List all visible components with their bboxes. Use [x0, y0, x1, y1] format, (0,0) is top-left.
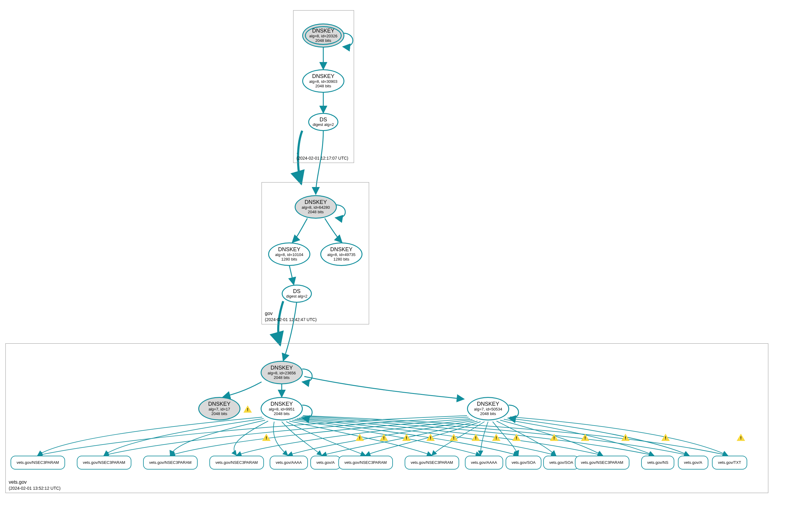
warning-icon — [661, 434, 670, 441]
warning-icon — [426, 434, 435, 441]
dnskey-root-zsk: DNSKEYalg=8, id=309032048 bits — [302, 69, 345, 93]
rr-nsec3param-1: vets.gov/NSEC3PARAM — [10, 456, 65, 470]
zone-vets: vets.gov (2024-02-01 13:52:12 UTC) — [5, 343, 768, 493]
warning-icon — [581, 434, 589, 441]
zone-vets-label: vets.gov (2024-02-01 13:52:12 UTC) — [9, 479, 61, 491]
rr-aaaa-2: vets.gov/AAAA — [465, 456, 503, 470]
warning-icon — [737, 434, 745, 441]
zone-gov-label: gov (2024-02-01 12:42:47 UTC) — [265, 310, 317, 322]
warning-icon — [512, 434, 521, 441]
rr-nsec3param-5: vets.gov/NSEC3PARAM — [338, 456, 393, 470]
warning-icon — [380, 434, 388, 441]
rr-a-1: vets.gov/A — [310, 456, 341, 470]
warning-icon — [492, 434, 500, 441]
dnskey-vets-ksk: DNSKEYalg=8, id=236562048 bits — [261, 361, 303, 384]
rr-aaaa-1: vets.gov/AAAA — [270, 456, 308, 470]
rr-a-2: vets.gov/A — [678, 456, 708, 470]
dnskey-gov-zsk2: DNSKEYalg=8, id=497351280 bits — [320, 242, 362, 266]
rr-nsec3param-3: vets.gov/NSEC3PARAM — [143, 456, 198, 470]
warning-icon — [402, 434, 411, 441]
rr-ns: vets.gov/NS — [641, 456, 674, 470]
ds-root: DSdigest alg=2 — [308, 113, 338, 131]
rr-txt: vets.gov/TXT — [712, 456, 747, 470]
warning-icon — [550, 434, 558, 441]
rr-nsec3param-2: vets.gov/NSEC3PARAM — [77, 456, 131, 470]
rr-soa-2: vets.gov/SOA — [543, 456, 579, 470]
dnskey-root-ksk: DNSKEYalg=8, id=203262048 bits — [302, 24, 345, 47]
dnskey-vets-alg7-50534: DNSKEYalg=7, id=505342048 bits — [467, 397, 509, 420]
dnskey-gov-ksk: DNSKEYalg=8, id=642802048 bits — [295, 195, 337, 219]
dnskey-vets-zsk: DNSKEYalg=8, id=99512048 bits — [261, 397, 303, 420]
zone-root-label: . (2024-02-01 12:17:07 UTC) — [296, 149, 348, 161]
warning-icon — [356, 434, 364, 441]
rr-soa-1: vets.gov/SOA — [506, 456, 542, 470]
warning-icon — [472, 434, 480, 441]
ds-gov: DSdigest alg=2 — [282, 284, 312, 303]
dnskey-vets-alg7-17: DNSKEYalg=7, id=172048 bits — [198, 397, 240, 420]
warning-icon — [243, 405, 252, 413]
warning-icon — [450, 434, 458, 441]
warning-icon — [262, 434, 270, 441]
warning-icon — [621, 434, 630, 441]
dnskey-gov-zsk1: DNSKEYalg=8, id=101041280 bits — [268, 242, 310, 266]
rr-nsec3param-7: vets.gov/NSEC3PARAM — [575, 456, 629, 470]
rr-nsec3param-4: vets.gov/NSEC3PARAM — [209, 456, 264, 470]
rr-nsec3param-6: vets.gov/NSEC3PARAM — [404, 456, 459, 470]
